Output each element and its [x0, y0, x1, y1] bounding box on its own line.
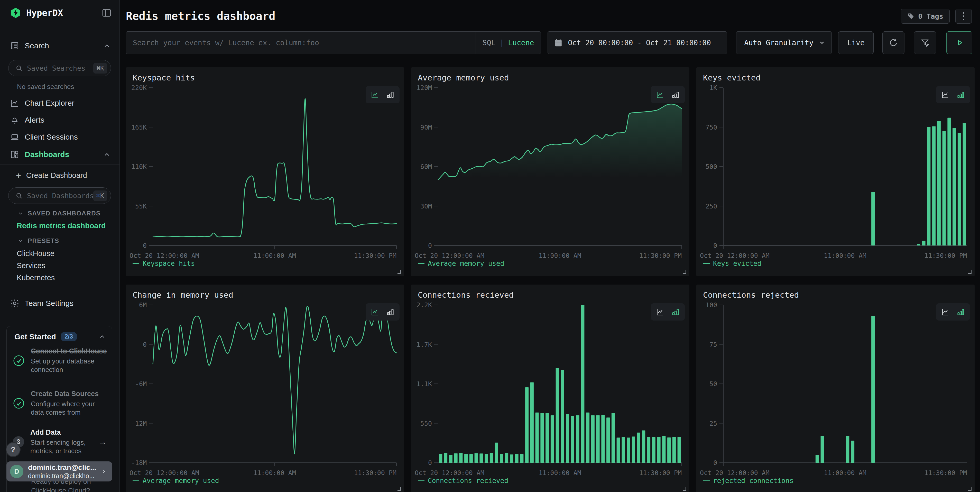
sidebar-item-chart-explorer[interactable]: Chart Explorer	[0, 96, 119, 111]
resize-handle[interactable]	[683, 487, 686, 491]
tag-icon	[907, 13, 915, 20]
chevron-down-icon	[18, 238, 24, 244]
bar	[571, 416, 574, 463]
line-chart-icon[interactable]	[941, 308, 950, 317]
bar-chart-icon[interactable]	[956, 308, 965, 317]
x-tick-label: 11:00:00 AM	[539, 469, 581, 476]
lucene-toggle[interactable]: Lucene	[508, 38, 534, 47]
chart-legend: Average memory used	[133, 477, 219, 484]
arrow-right-icon: →	[98, 437, 107, 447]
x-tick-label: Oct 20 12:00:00 AM	[129, 252, 199, 260]
y-tick-label: 1K	[710, 84, 717, 91]
saved-searches-input[interactable]	[27, 64, 93, 72]
bar	[667, 438, 671, 463]
sidebar-item-redis-dashboard[interactable]: Redis metrics dashboard	[17, 219, 115, 232]
step-connect-clickhouse[interactable]: Connect to ClickHouse Set up your databa…	[13, 347, 107, 374]
progress-badge: 2/3	[60, 332, 77, 341]
bar	[597, 416, 600, 463]
filter-button[interactable]	[914, 31, 936, 54]
date-range-picker[interactable]: Oct 20 00:00:00 - Oct 21 00:00:00	[547, 31, 727, 54]
y-tick-label: -12M	[131, 420, 147, 427]
x-tick-label: 11:00:00 AM	[824, 252, 866, 260]
logo-row: HyperDX	[10, 6, 112, 20]
shortcut-badge: ⌘K	[93, 191, 107, 201]
step-title: Connect to ClickHouse	[31, 347, 107, 356]
line-chart-icon[interactable]	[371, 308, 379, 317]
bar	[525, 387, 528, 463]
create-dashboard-button[interactable]: + Create Dashboard	[16, 168, 115, 182]
bar	[617, 438, 620, 463]
line-chart-icon[interactable]	[656, 308, 665, 317]
search-icon	[15, 64, 23, 72]
granularity-value: Auto Granularity	[744, 38, 819, 47]
sidebar-item-alerts[interactable]: Alerts	[0, 112, 119, 128]
sidebar-item-clickhouse[interactable]: ClickHouse	[17, 247, 115, 260]
x-tick-label: 11:30:00 PM	[639, 469, 682, 476]
bar	[474, 453, 478, 463]
sidebar-item-search[interactable]: Search	[0, 38, 119, 54]
bar	[586, 412, 589, 463]
run-query-button[interactable]	[947, 31, 972, 54]
tags-button[interactable]: 0 Tags	[901, 9, 950, 24]
app-name: HyperDX	[26, 8, 63, 18]
get-started-header[interactable]: Get Started 2/3	[14, 332, 106, 341]
chart-type-toggle[interactable]	[651, 86, 685, 103]
bar-chart-icon[interactable]	[671, 308, 680, 317]
saved-searches-search[interactable]: ⌘K	[8, 60, 111, 76]
sidebar-item-dashboards[interactable]: Dashboards	[0, 147, 119, 162]
chart-type-toggle[interactable]	[936, 86, 970, 103]
bar-chart-icon[interactable]	[386, 308, 395, 317]
collapse-sidebar-icon[interactable]	[102, 8, 112, 18]
resize-handle[interactable]	[398, 270, 401, 274]
line-chart-icon[interactable]	[656, 91, 665, 99]
user-menu[interactable]: D dominic.tran@clic... dominic.tran@clic…	[6, 462, 112, 481]
line-chart-icon[interactable]	[941, 91, 950, 99]
sidebar-item-services[interactable]: Services	[17, 259, 115, 272]
chart-type-toggle[interactable]	[366, 303, 399, 320]
sql-toggle[interactable]: SQL	[482, 38, 496, 47]
help-button[interactable]: ?	[6, 442, 21, 457]
step-add-data[interactable]: 3 Add Data Start sending logs, metrics, …	[13, 428, 107, 455]
more-menu-button[interactable]	[955, 9, 972, 24]
bar-chart-icon[interactable]	[386, 91, 395, 99]
step-create-data-sources[interactable]: Create Data Sources Configure where your…	[13, 389, 107, 417]
saved-dashboards-search[interactable]: ⌘K	[8, 187, 111, 204]
resize-handle[interactable]	[683, 270, 686, 274]
live-button[interactable]: Live	[838, 31, 873, 54]
y-tick-label: 60M	[420, 163, 432, 170]
chart-type-toggle[interactable]	[651, 303, 685, 320]
saved-dashboards-input[interactable]	[27, 192, 93, 200]
sidebar-item-client-sessions[interactable]: Client Sessions	[0, 129, 119, 145]
y-tick-label: 165K	[131, 124, 147, 131]
bar	[816, 455, 819, 463]
resize-handle[interactable]	[968, 270, 972, 274]
event-search-input[interactable]	[126, 32, 476, 54]
step-desc: Set up your database connection	[31, 357, 107, 374]
line-chart-icon[interactable]	[371, 91, 379, 99]
sidebar-item-team-settings[interactable]: Team Settings	[0, 296, 119, 311]
resize-handle[interactable]	[968, 487, 972, 491]
granularity-select[interactable]: Auto Granularity	[736, 31, 832, 54]
bar	[546, 413, 549, 463]
query-language-toggle[interactable]: SQL | Lucene	[476, 32, 541, 54]
saved-dashboards-header[interactable]: SAVED DASHBOARDS	[18, 208, 115, 218]
sidebar-item-kubernetes[interactable]: Kubernetes	[17, 271, 115, 284]
date-range-value: Oct 20 00:00:00 - Oct 21 00:00:00	[568, 38, 711, 47]
legend-label: Connections recieved	[428, 477, 508, 484]
presets-header[interactable]: PRESETS	[18, 236, 115, 246]
resize-handle[interactable]	[398, 487, 401, 491]
y-tick-label: 110K	[131, 163, 147, 170]
chart-type-toggle[interactable]	[936, 303, 970, 320]
tick-labels: 220K165K110K55K0Oct 20 12:00:00 AM11:00:…	[129, 84, 396, 260]
bar-chart-icon[interactable]	[956, 91, 965, 99]
x-tick-label: Oct 20 12:00:00 AM	[129, 469, 199, 476]
sidebar-item-label: Chart Explorer	[25, 99, 74, 107]
refresh-button[interactable]	[882, 31, 904, 54]
bar	[871, 192, 875, 245]
get-started-title: Get Started	[14, 332, 56, 341]
y-tick-label: 0	[428, 459, 432, 467]
bar-chart-icon[interactable]	[671, 91, 680, 99]
chevron-down-icon	[18, 210, 24, 217]
step-text: Add Data Start sending logs, metrics, or…	[30, 428, 92, 455]
chart-type-toggle[interactable]	[366, 86, 399, 103]
